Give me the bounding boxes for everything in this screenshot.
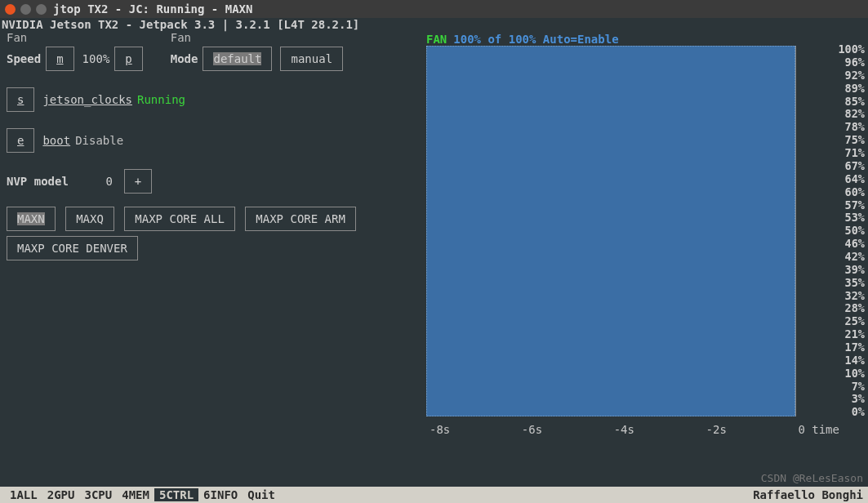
y-tick: 42% <box>817 251 865 264</box>
chart-yaxis-bar <box>795 46 800 416</box>
fan-mode-manual-button[interactable]: manual <box>280 47 343 71</box>
nvp-mode-maxp-core-all-button[interactable]: MAXP CORE ALL <box>124 207 235 231</box>
close-icon[interactable] <box>5 4 16 15</box>
nvp-mode-maxp-core-denver-button[interactable]: MAXP CORE DENVER <box>7 236 138 260</box>
y-tick: 32% <box>817 290 865 303</box>
minimize-icon[interactable] <box>20 4 31 15</box>
system-info-line: NVIDIA Jetson TX2 - Jetpack 3.3 | 3.2.1 … <box>0 18 868 31</box>
y-tick: 14% <box>817 354 865 367</box>
y-tick: 71% <box>817 147 865 160</box>
x-tick: -4s <box>614 423 634 436</box>
y-tick: 39% <box>817 264 865 277</box>
fan-speed-down-button[interactable]: m <box>46 47 73 71</box>
x-tick: 0 time <box>798 423 839 436</box>
window-titlebar: jtop TX2 - JC: Running - MAXN <box>0 0 868 18</box>
window-title: jtop TX2 - JC: Running - MAXN <box>53 2 252 16</box>
tab-ctrl[interactable]: 5CTRL <box>154 488 198 501</box>
tab-mem[interactable]: 4MEM <box>117 488 154 501</box>
fan-mode-default-button[interactable]: default <box>203 47 272 71</box>
y-tick: 53% <box>817 211 865 225</box>
y-tick: 75% <box>817 134 865 147</box>
y-tick: 10% <box>817 367 865 381</box>
y-tick: 17% <box>817 341 865 354</box>
tab-cpu[interactable]: 3CPU <box>79 488 117 501</box>
y-tick: 46% <box>817 238 865 251</box>
fan-speed-label-a: Fan <box>7 31 146 44</box>
y-tick: 28% <box>817 302 865 315</box>
tab-gpu[interactable]: 2GPU <box>42 488 80 501</box>
y-tick: 50% <box>817 225 865 238</box>
chart-title-fan: FAN <box>426 33 447 46</box>
nvp-model-value: 0 <box>80 175 113 188</box>
y-tick: 60% <box>817 186 865 199</box>
y-tick: 85% <box>817 96 865 109</box>
y-tick: 96% <box>817 56 865 69</box>
fan-speed-up-button[interactable]: p <box>114 47 142 71</box>
jetson-clocks-status: Running <box>137 93 185 106</box>
y-tick: 3% <box>817 393 865 406</box>
maximize-icon[interactable] <box>36 4 47 15</box>
tab-quit[interactable]: Quit <box>243 488 280 501</box>
bottom-tab-bar: 1ALL 2GPU 3CPU 4MEM 5CTRL 6INFO Quit Raf… <box>0 487 868 503</box>
boot-toggle-button[interactable]: e <box>7 128 34 153</box>
chart-yaxis-labels: 100%96%92%89%85%82%78%75%71%67%64%60%57%… <box>817 43 865 419</box>
y-tick: 7% <box>817 381 865 394</box>
tab-info[interactable]: 6INFO <box>198 488 243 501</box>
y-tick: 57% <box>817 199 865 212</box>
y-tick: 35% <box>817 277 865 290</box>
y-tick: 78% <box>817 121 865 134</box>
y-tick: 67% <box>817 160 865 173</box>
jetson-clocks-toggle-button[interactable]: s <box>7 87 34 112</box>
author-credit: Raffaello Bonghi <box>753 488 863 501</box>
x-tick: -2s <box>706 423 727 436</box>
x-tick: -6s <box>522 423 542 436</box>
fan-speed-label-b: Speed <box>7 52 41 65</box>
tab-all[interactable]: 1ALL <box>5 488 42 501</box>
fan-chart-plot <box>426 46 795 416</box>
y-tick: 21% <box>817 328 865 341</box>
y-tick: 64% <box>817 173 865 186</box>
nvp-mode-maxp-core-arm-button[interactable]: MAXP CORE ARM <box>245 207 356 231</box>
boot-status: Disable <box>75 134 123 147</box>
nvp-model-label: NVP model <box>7 175 69 188</box>
y-tick: 89% <box>817 82 865 96</box>
y-tick: 100% <box>817 43 865 56</box>
jetson-clocks-label: jetson_clocks <box>42 93 132 106</box>
fan-mode-label-a: Fan <box>171 31 346 44</box>
chart-xaxis-labels: -8s-6s-4s-2s0 time <box>426 423 843 436</box>
y-tick: 92% <box>817 69 865 82</box>
fan-speed-value: 100% <box>82 52 110 65</box>
y-tick: 0% <box>817 406 865 419</box>
x-tick: -8s <box>430 423 450 436</box>
fan-mode-label-b: Mode <box>171 52 198 65</box>
nvp-mode-maxn-button[interactable]: MAXN <box>7 207 56 231</box>
chart-title-status: 100% of 100% Auto=Enable <box>453 33 618 46</box>
nvp-plus-button[interactable]: + <box>124 169 152 194</box>
y-tick: 82% <box>817 108 865 121</box>
nvp-mode-maxq-button[interactable]: MAXQ <box>65 207 114 231</box>
y-tick: 25% <box>817 315 865 328</box>
fan-chart: 100%96%92%89%85%82%78%75%71%67%64%60%57%… <box>426 46 812 434</box>
boot-label: boot <box>42 134 70 147</box>
